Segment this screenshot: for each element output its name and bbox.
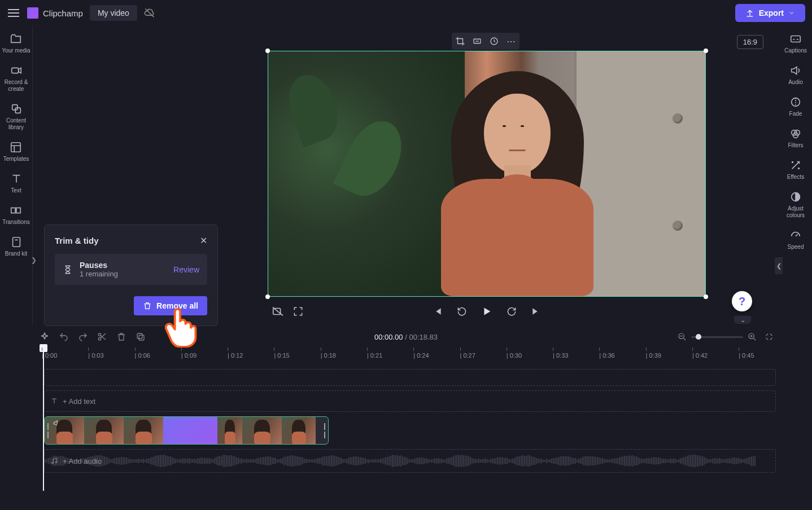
ruler-mark: | 0:33 bbox=[553, 348, 568, 360]
ruler-mark: | 0:18 bbox=[321, 348, 336, 360]
ruler-mark: | 0:45 bbox=[739, 348, 754, 360]
text-track[interactable]: + Add text bbox=[44, 390, 776, 412]
ruler-mark: | 0:12 bbox=[228, 348, 243, 360]
trim-tidy-panel: Trim & tidy ✕ Pauses 1 remaining Review … bbox=[44, 225, 218, 326]
panel-item-audio[interactable]: Audio bbox=[788, 64, 803, 86]
redo-button[interactable] bbox=[77, 331, 89, 343]
video-clip[interactable] bbox=[44, 416, 329, 445]
sidebar-item-brand-kit[interactable]: Brand kit bbox=[5, 236, 27, 257]
magic-tool-icon[interactable] bbox=[38, 331, 51, 343]
sidebar-label: Text bbox=[11, 187, 21, 194]
ruler-mark: | 0:06 bbox=[135, 348, 150, 360]
waveform bbox=[45, 454, 775, 468]
copy-button[interactable] bbox=[134, 331, 147, 343]
rewind-5-button[interactable] bbox=[455, 305, 469, 318]
fit-icon[interactable] bbox=[472, 36, 482, 46]
skip-start-button[interactable] bbox=[430, 305, 444, 318]
ruler-mark: | 0:27 bbox=[460, 348, 475, 360]
ruler-mark: | 0:42 bbox=[692, 348, 708, 360]
trim-row-subtitle: 1 remaining bbox=[80, 270, 167, 278]
selection-handle[interactable] bbox=[704, 49, 708, 53]
sidebar-item-text[interactable]: Text bbox=[10, 173, 23, 194]
panel-label: Captions bbox=[784, 47, 806, 54]
zoom-out-icon[interactable] bbox=[678, 332, 687, 341]
fade-icon bbox=[789, 96, 802, 108]
sidebar-label: Brand kit bbox=[5, 250, 27, 257]
add-text-label: + Add text bbox=[63, 397, 95, 406]
timeline-time: 00:00.00 / 00:18.83 bbox=[374, 333, 438, 341]
current-time: 00:00.00 bbox=[374, 333, 403, 341]
crop-icon[interactable] bbox=[455, 36, 465, 46]
project-name[interactable]: My video bbox=[90, 5, 137, 21]
ruler-mark: | 0:15 bbox=[274, 348, 289, 360]
chevron-left-icon[interactable]: ❮ bbox=[775, 257, 783, 274]
svg-point-14 bbox=[798, 168, 800, 169]
clip-handle-right[interactable] bbox=[322, 417, 327, 444]
pip-icon[interactable] bbox=[489, 36, 499, 46]
text-icon bbox=[50, 397, 58, 405]
zoom-slider[interactable] bbox=[691, 336, 743, 338]
skip-end-button[interactable] bbox=[530, 305, 543, 318]
svg-rect-18 bbox=[273, 309, 281, 315]
forward-5-button[interactable] bbox=[505, 305, 518, 318]
panel-label: Audio bbox=[788, 79, 803, 86]
panel-item-captions[interactable]: Captions bbox=[784, 33, 806, 54]
sync-off-icon[interactable] bbox=[144, 7, 155, 19]
folder-icon bbox=[10, 33, 22, 45]
pause-segment[interactable] bbox=[163, 417, 217, 444]
panel-label: Speed bbox=[788, 244, 804, 250]
contrast-icon bbox=[789, 191, 802, 203]
svg-point-13 bbox=[792, 162, 793, 163]
audio-track[interactable]: + Add audio bbox=[44, 449, 776, 473]
ruler-mark: | 0:30 bbox=[507, 348, 522, 360]
sidebar-item-templates[interactable]: Templates bbox=[3, 141, 29, 162]
no-video-icon[interactable] bbox=[271, 305, 285, 318]
remove-all-button[interactable]: Remove all bbox=[134, 296, 207, 315]
zoom-in-icon[interactable] bbox=[748, 332, 757, 341]
panel-item-adjust-colours[interactable]: Adjust colours bbox=[779, 191, 812, 219]
sidebar-item-transitions[interactable]: Transitions bbox=[2, 204, 30, 226]
chevron-right-icon[interactable]: ❯ bbox=[31, 256, 37, 264]
panel-item-filters[interactable]: Filters bbox=[788, 128, 803, 149]
play-button[interactable] bbox=[480, 305, 494, 318]
zoom-fit-icon[interactable] bbox=[765, 332, 774, 341]
export-button[interactable]: Export bbox=[735, 4, 805, 22]
fullscreen-button[interactable] bbox=[291, 305, 305, 318]
more-icon[interactable]: ⋯ bbox=[506, 36, 516, 47]
delete-button[interactable] bbox=[115, 331, 128, 343]
sidebar-label: Record & create bbox=[0, 79, 32, 93]
sidebar-label: Transitions bbox=[2, 219, 30, 226]
trash-icon bbox=[143, 301, 152, 310]
music-icon bbox=[50, 457, 58, 465]
sidebar-item-your-media[interactable]: Your media bbox=[2, 33, 30, 54]
chevron-down-icon[interactable]: ⌄ bbox=[734, 316, 751, 324]
hourglass-icon bbox=[63, 265, 73, 275]
ruler-mark: | 0:36 bbox=[599, 348, 614, 360]
selection-handle[interactable] bbox=[704, 294, 708, 299]
panel-item-effects[interactable]: Effects bbox=[787, 159, 804, 181]
timeline-ruler[interactable]: | 0:00| 0:03| 0:06| 0:09| 0:12| 0:15| 0:… bbox=[42, 348, 776, 360]
undo-button[interactable] bbox=[58, 331, 70, 343]
aspect-ratio-button[interactable]: 16:9 bbox=[737, 35, 763, 49]
filters-icon bbox=[789, 128, 802, 140]
panel-item-fade[interactable]: Fade bbox=[789, 96, 802, 117]
panel-item-speed[interactable]: Speed bbox=[788, 229, 804, 250]
speed-icon bbox=[789, 229, 802, 241]
export-label: Export bbox=[759, 8, 784, 17]
hamburger-menu-icon[interactable] bbox=[7, 6, 20, 20]
ruler-mark: | 0:21 bbox=[367, 348, 382, 360]
preview-canvas[interactable] bbox=[268, 51, 706, 297]
split-button[interactable] bbox=[96, 331, 108, 343]
spacer-track bbox=[44, 369, 776, 386]
selection-handle[interactable] bbox=[265, 49, 270, 53]
selection-handle[interactable] bbox=[265, 294, 270, 299]
close-icon[interactable]: ✕ bbox=[200, 235, 207, 246]
duration: 00:18.83 bbox=[409, 333, 438, 341]
help-button[interactable]: ? bbox=[732, 291, 752, 311]
review-link[interactable]: Review bbox=[173, 265, 199, 274]
zoom-thumb[interactable] bbox=[696, 334, 701, 340]
sidebar-item-content-library[interactable]: Content library bbox=[0, 103, 32, 131]
ruler-mark: | 0:00 bbox=[42, 348, 57, 360]
trim-pauses-row[interactable]: Pauses 1 remaining Review bbox=[55, 254, 207, 285]
sidebar-item-record-create[interactable]: Record & create bbox=[0, 64, 32, 93]
